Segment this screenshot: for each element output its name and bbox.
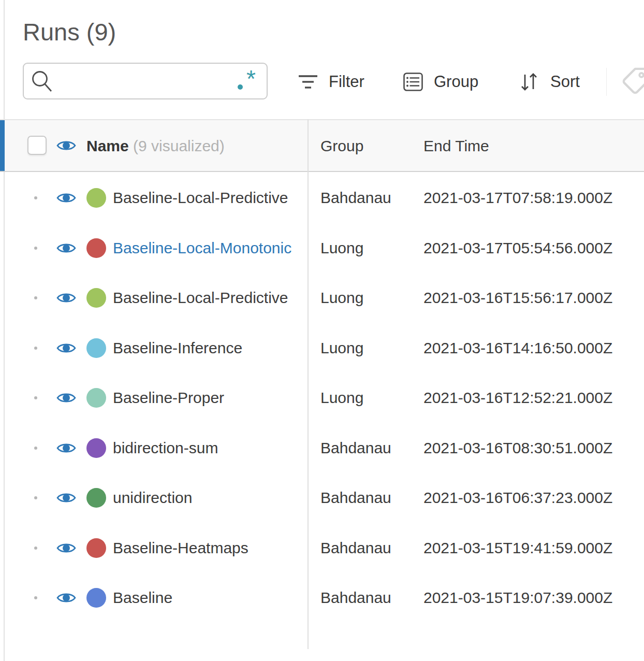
run-color-dot[interactable] <box>86 388 106 408</box>
column-header-group[interactable]: Group <box>320 137 363 155</box>
visualized-count: (9 visualized) <box>133 137 225 154</box>
run-color-dot[interactable] <box>86 588 106 608</box>
runs-panel: Runs (9) * Filter Group <box>0 0 644 661</box>
group-button[interactable]: Group <box>403 66 478 97</box>
row-handle-dot <box>34 296 37 299</box>
group-icon <box>403 73 423 91</box>
table-row: Baseline-Local-Monotonic Luong 2021-03-1… <box>0 223 644 274</box>
run-group-cell: Luong <box>320 339 363 357</box>
search-box: * <box>23 63 268 99</box>
run-endtime-cell: 2021-03-15T19:41:59.000Z <box>423 539 612 557</box>
run-color-dot[interactable] <box>86 238 106 258</box>
run-group-cell: Bahdanau <box>320 539 391 557</box>
run-endtime-cell: 2021-03-16T08:30:51.000Z <box>423 439 612 457</box>
page-title: Runs (9) <box>23 18 116 46</box>
run-name-link[interactable]: Baseline-Local-Monotonic <box>113 239 297 257</box>
run-color-dot[interactable] <box>86 538 106 558</box>
run-color-dot[interactable] <box>86 288 106 308</box>
visibility-eye-icon[interactable] <box>56 241 76 255</box>
run-color-dot[interactable] <box>86 438 106 458</box>
table-row: Baseline-Local-Predictive Bahdanau 2021-… <box>0 173 644 223</box>
column-header-endtime[interactable]: End Time <box>423 137 489 155</box>
visibility-eye-icon[interactable] <box>56 291 76 305</box>
run-name-link[interactable]: Baseline-Proper <box>113 389 297 407</box>
table-row: Baseline-Local-Predictive Luong 2021-03-… <box>0 273 644 323</box>
column-header-name[interactable]: Name (9 visualized) <box>86 137 225 155</box>
run-endtime-cell: 2021-03-17T07:58:19.000Z <box>423 189 612 207</box>
visibility-all-eye-icon[interactable] <box>56 139 76 152</box>
visibility-eye-icon[interactable] <box>56 341 76 355</box>
run-name-link[interactable]: Baseline-Local-Predictive <box>113 289 297 307</box>
toolbar-separator <box>606 68 607 96</box>
table-row: Baseline-Proper Luong 2021-03-16T12:52:2… <box>0 373 644 423</box>
search-icon <box>31 70 54 94</box>
table-row: Baseline-Inference Luong 2021-03-16T14:1… <box>0 323 644 373</box>
run-endtime-cell: 2021-03-17T05:54:56.000Z <box>423 239 612 257</box>
run-endtime-cell: 2021-03-16T14:16:50.000Z <box>423 339 612 357</box>
header-accent-bar <box>0 120 5 171</box>
regex-asterisk-icon: * <box>246 65 256 93</box>
group-label: Group <box>434 73 478 91</box>
table-header-row: Name (9 visualized) Group End Time <box>0 119 644 172</box>
tag-button[interactable] <box>620 66 644 96</box>
visibility-eye-icon[interactable] <box>56 591 76 605</box>
sort-button[interactable]: Sort <box>519 66 580 97</box>
run-color-dot[interactable] <box>86 188 106 208</box>
row-handle-dot <box>34 247 37 250</box>
run-name-link[interactable]: Baseline-Inference <box>113 339 297 357</box>
visibility-eye-icon[interactable] <box>56 391 76 405</box>
visibility-eye-icon[interactable] <box>56 491 76 505</box>
name-label-text: Name <box>86 137 129 154</box>
run-endtime-cell: 2021-03-16T15:56:17.000Z <box>423 289 612 307</box>
visibility-eye-icon[interactable] <box>56 541 76 555</box>
run-color-dot[interactable] <box>86 488 106 508</box>
runs-table-body: Baseline-Local-Predictive Bahdanau 2021-… <box>0 173 644 623</box>
sort-label: Sort <box>550 73 580 91</box>
run-endtime-cell: 2021-03-16T06:37:23.000Z <box>423 489 612 507</box>
visibility-eye-icon[interactable] <box>56 441 76 455</box>
run-name-link[interactable]: bidirection-sum <box>113 439 297 457</box>
run-name-link[interactable]: Baseline-Local-Predictive <box>113 189 297 207</box>
filter-label: Filter <box>329 73 364 91</box>
tag-icon <box>620 66 644 96</box>
row-handle-dot <box>34 547 37 550</box>
visibility-eye-icon[interactable] <box>56 191 76 205</box>
row-handle-dot <box>34 347 37 350</box>
regex-toggle-button[interactable]: * <box>233 64 262 98</box>
run-group-cell: Luong <box>320 389 363 407</box>
row-handle-dot <box>34 196 37 199</box>
run-group-cell: Luong <box>320 289 363 307</box>
run-endtime-cell: 2021-03-16T12:52:21.000Z <box>423 389 612 407</box>
run-name-link[interactable]: Baseline-Heatmaps <box>113 539 297 557</box>
table-row: Baseline Bahdanau 2021-03-15T19:07:39.00… <box>0 573 644 623</box>
table-row: unidirection Bahdanau 2021-03-16T06:37:2… <box>0 473 644 523</box>
select-all-checkbox[interactable] <box>27 136 47 155</box>
run-group-cell: Bahdanau <box>320 189 391 207</box>
run-color-dot[interactable] <box>86 338 106 358</box>
row-handle-dot <box>34 396 37 399</box>
row-handle-dot <box>34 447 37 450</box>
search-input[interactable] <box>56 66 227 97</box>
sort-icon <box>519 71 539 92</box>
run-group-cell: Luong <box>320 239 363 257</box>
table-row: Baseline-Heatmaps Bahdanau 2021-03-15T19… <box>0 523 644 573</box>
filter-button[interactable]: Filter <box>298 66 364 97</box>
run-group-cell: Bahdanau <box>320 489 391 507</box>
run-group-cell: Bahdanau <box>320 439 391 457</box>
filter-icon <box>298 74 318 90</box>
run-endtime-cell: 2021-03-15T19:07:39.000Z <box>423 589 612 607</box>
run-name-link[interactable]: Baseline <box>113 589 297 607</box>
run-group-cell: Bahdanau <box>320 589 391 607</box>
regex-dot-icon <box>238 84 243 90</box>
table-row: bidirection-sum Bahdanau 2021-03-16T08:3… <box>0 423 644 473</box>
run-name-link[interactable]: unidirection <box>113 489 297 507</box>
row-handle-dot <box>34 596 37 599</box>
row-handle-dot <box>34 496 37 499</box>
